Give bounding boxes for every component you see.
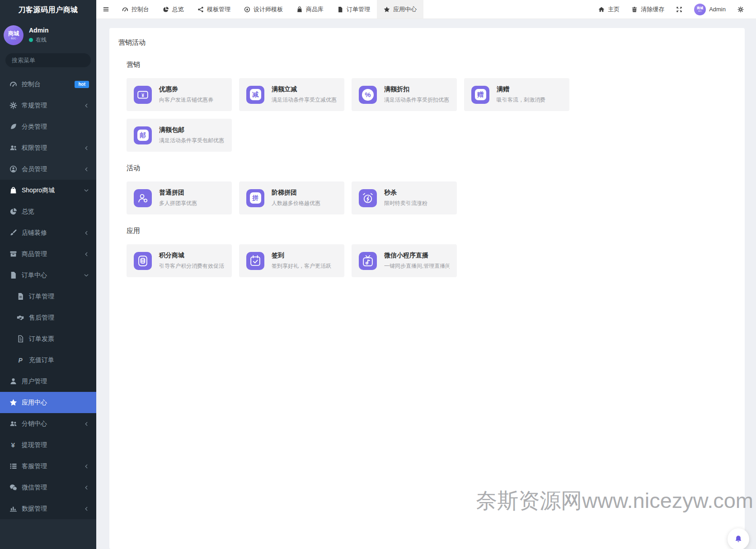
- card-desc: 吸引客流，刺激消费: [497, 96, 545, 104]
- home-icon: [598, 6, 605, 13]
- sidebar-menu: 控制台hot常规管理分类管理权限管理会员管理Shopro商城总览店铺装修商品管理…: [0, 74, 96, 549]
- sidebar-item-member[interactable]: 会员管理: [0, 158, 96, 180]
- clear-cache-button[interactable]: 清除缓存: [625, 0, 670, 19]
- avatar: 商城 B2C: [694, 4, 706, 15]
- file-alt-icon: [17, 293, 24, 300]
- card-title: 满额包邮: [159, 126, 224, 134]
- search-input[interactable]: [12, 57, 91, 64]
- hamburger-menu-icon[interactable]: [96, 0, 115, 19]
- sidebar-item-invoice[interactable]: 订单发票: [0, 328, 96, 349]
- card-title: 积分商城: [159, 251, 224, 260]
- app-card-wechat-live[interactable]: 微信小程序直播一键同步直播间,管理直播间: [352, 244, 457, 277]
- svg-text:P: P: [18, 357, 23, 364]
- card-desc: 人数越多价格越优惠: [272, 200, 320, 207]
- home-button[interactable]: 主页: [592, 0, 625, 19]
- card-desc: 满足活动条件享受折扣优惠: [384, 96, 449, 104]
- topbar: 控制台总览模板管理设计师模板商品库订单管理应用中心 主页 清除缓存 商城 B2C…: [96, 0, 756, 19]
- tachometer-icon: [9, 80, 17, 88]
- wechat-live-icon: [359, 252, 377, 270]
- sidebar-item-decoration[interactable]: 店铺装修: [0, 222, 96, 243]
- tab-designer-template[interactable]: 设计师模板: [237, 0, 290, 19]
- sidebar-item-distribution[interactable]: 分销中心: [0, 413, 96, 434]
- yen-icon: ¥: [9, 441, 17, 449]
- sidebar-item-aftersale[interactable]: 售后管理: [0, 307, 96, 328]
- card-title: 优惠券: [159, 85, 213, 93]
- sidebar-item-permission[interactable]: 权限管理: [0, 137, 96, 158]
- chevron-left-icon: [84, 103, 89, 108]
- sidebar-item-goods[interactable]: 商品管理: [0, 243, 96, 265]
- gear-icon: [737, 6, 744, 13]
- app-card-seckill[interactable]: 秒杀限时特卖引流涨粉: [352, 181, 457, 214]
- designer-icon: [244, 6, 250, 13]
- gears-icon: [9, 102, 17, 109]
- tab-order-manage[interactable]: 订单管理: [330, 0, 377, 19]
- sidebar-item-shopro[interactable]: Shopro商城: [0, 180, 96, 201]
- paypal-icon: P: [17, 356, 24, 364]
- app-card-ladder-group[interactable]: 拼阶梯拼团人数越多价格越优惠: [239, 181, 344, 214]
- app-card-full-discount[interactable]: %满额折扣满足活动条件享受折扣优惠: [352, 78, 457, 111]
- sidebar-item-general[interactable]: 常规管理: [0, 95, 96, 116]
- app-card-full-free-shipping[interactable]: 邮满额包邮满足活动条件享受包邮优惠: [127, 119, 232, 152]
- tab-app-center[interactable]: 应用中心: [377, 0, 423, 19]
- section-title: 应用: [127, 227, 736, 235]
- sidebar-item-user-manage[interactable]: 用户管理: [0, 371, 96, 392]
- coupon-icon: ¥: [134, 86, 152, 104]
- sidebar-search: [5, 53, 91, 67]
- seckill-icon: [359, 189, 377, 207]
- app-card-full-reduce[interactable]: 减满额立减满足活动条件享受立减优惠: [239, 78, 344, 111]
- settings-button[interactable]: [732, 0, 750, 19]
- section-0: 营销¥优惠券向客户发送店铺优惠券减满额立减满足活动条件享受立减优惠%满额折扣满足…: [127, 60, 736, 152]
- full-free-shipping-icon: 邮: [134, 126, 152, 144]
- pie-icon: [9, 208, 17, 215]
- sidebar-item-category[interactable]: 分类管理: [0, 116, 96, 137]
- users-icon: [9, 420, 17, 428]
- chevron-left-icon: [84, 251, 89, 257]
- points-mall-icon: [134, 252, 152, 270]
- app-card-group-buy[interactable]: 普通拼团多人拼团享优惠: [127, 181, 232, 214]
- brush-icon: [9, 229, 17, 237]
- content-area: 营销活动 营销¥优惠券向客户发送店铺优惠券减满额立减满足活动条件享受立减优惠%满…: [96, 19, 756, 549]
- wechat-icon: [9, 484, 17, 491]
- user-menu[interactable]: 商城 B2C Admin: [688, 0, 732, 19]
- sidebar-item-dashboard[interactable]: 控制台hot: [0, 74, 96, 95]
- card-title: 签到: [272, 251, 331, 260]
- section-2: 应用积分商城引导客户积分消费有效促活签到签到享好礼，客户更活跃微信小程序直播一键…: [127, 227, 736, 277]
- trash-icon: [631, 6, 638, 13]
- sidebar-item-order-center[interactable]: 订单中心: [0, 265, 96, 286]
- topnav-right: 主页 清除缓存 商城 B2C Admin: [592, 0, 756, 19]
- chevron-down-icon: [84, 273, 89, 278]
- app-card-full-gift[interactable]: 赠满赠吸引客流，刺激消费: [464, 78, 569, 111]
- chevron-down-icon: [84, 188, 89, 193]
- user-status: 在线: [29, 36, 49, 44]
- avatar[interactable]: 商城 · B2C ·: [4, 25, 23, 45]
- app-card-coupon[interactable]: ¥优惠券向客户发送店铺优惠券: [127, 78, 232, 111]
- sidebar-item-order-manage[interactable]: 订单管理: [0, 286, 96, 307]
- share-nodes-icon: [197, 6, 204, 13]
- sidebar-item-data[interactable]: 数据管理: [0, 498, 96, 519]
- sidebar-item-wechat[interactable]: 微信管理: [0, 477, 96, 498]
- chevron-left-icon: [84, 230, 89, 236]
- sidebar-item-withdraw[interactable]: ¥提现管理: [0, 434, 96, 456]
- full-gift-icon: 赠: [471, 86, 489, 104]
- sidebar-item-overview[interactable]: 总览: [0, 201, 96, 222]
- tab-goods-library[interactable]: 商品库: [290, 0, 330, 19]
- tab-template[interactable]: 模板管理: [191, 0, 237, 19]
- full-reduce-icon: 减: [246, 86, 264, 104]
- tab-overview[interactable]: 总览: [156, 0, 191, 19]
- card-title: 满额折扣: [384, 85, 449, 93]
- sidebar-item-recharge-order[interactable]: P充值订单: [0, 349, 96, 371]
- pie-icon: [163, 6, 169, 13]
- fullscreen-button[interactable]: [670, 0, 688, 19]
- app-card-points-mall[interactable]: 积分商城引导客户积分消费有效促活: [127, 244, 232, 277]
- notification-fab[interactable]: [728, 528, 749, 549]
- card-title: 满赠: [497, 85, 545, 93]
- app-card-sign-in[interactable]: 签到签到享好礼，客户更活跃: [239, 244, 344, 277]
- sidebar-item-app-center[interactable]: 应用中心: [0, 392, 96, 413]
- marketing-panel: 营销活动 营销¥优惠券向客户发送店铺优惠券减满额立减满足活动条件享受立减优惠%满…: [109, 28, 745, 549]
- list-icon: [9, 462, 17, 470]
- ladder-group-icon: 拼: [246, 189, 264, 207]
- hot-badge: hot: [75, 81, 89, 88]
- tab-dashboard[interactable]: 控制台: [115, 0, 156, 19]
- sidebar-item-service[interactable]: 客服管理: [0, 456, 96, 477]
- app-sections: 营销¥优惠券向客户发送店铺优惠券减满额立减满足活动条件享受立减优惠%满额折扣满足…: [127, 60, 736, 277]
